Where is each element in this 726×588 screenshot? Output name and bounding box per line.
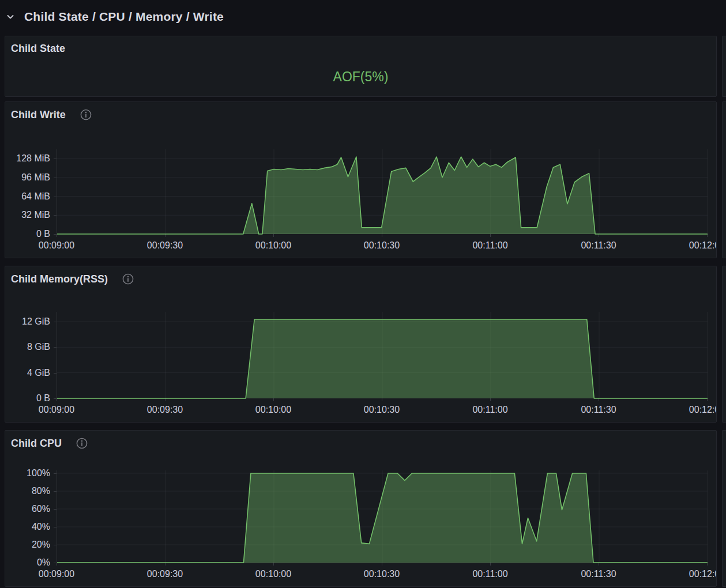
stat-value-wrap: AOF(5%) <box>5 62 716 92</box>
x-tick-label: 00:10:30 <box>354 240 409 251</box>
x-tick-mark <box>57 398 57 401</box>
x-tick-mark <box>57 234 57 237</box>
panel-title[interactable]: Child Write <box>11 109 66 121</box>
x-tick-mark <box>707 563 708 566</box>
x-tick-label: 00:09:30 <box>137 404 193 416</box>
x-tick-mark <box>382 398 382 401</box>
x-tick-label: 00:11:30 <box>571 240 626 251</box>
x-tick-mark <box>599 234 599 237</box>
chart-plot-child-memory[interactable] <box>57 312 707 398</box>
adjacent-panel-edge <box>722 36 726 97</box>
panel-child-cpu: Child CPU 0%20%40%60%80%100%00:09:0000:0… <box>5 430 717 587</box>
y-tick-label: 0 B <box>5 229 50 239</box>
adjacent-panel-edge <box>722 430 726 587</box>
x-tick-mark <box>165 234 165 237</box>
panel-child-state: Child State AOF(5%) <box>5 36 717 97</box>
y-tick-label: 96 MiB <box>5 172 50 183</box>
y-tick-mark <box>54 178 57 178</box>
y-tick-label: 0% <box>5 557 50 568</box>
x-tick-label: 00:11:30 <box>571 568 626 580</box>
x-tick-label: 00:09:30 <box>137 568 193 580</box>
panel-child-write: Child Write 0 B32 MiB64 MiB96 MiB128 MiB… <box>5 101 717 258</box>
adjacent-panel-edge <box>722 266 726 423</box>
timeseries-svg <box>57 149 708 234</box>
y-tick-mark <box>54 159 57 159</box>
y-tick-mark <box>54 491 57 492</box>
x-tick-label: 00:10:30 <box>354 404 409 416</box>
panel-title[interactable]: Child CPU <box>11 438 62 450</box>
x-tick-mark <box>599 563 599 566</box>
info-icon[interactable] <box>80 108 92 121</box>
y-tick-mark <box>54 373 57 374</box>
y-tick-mark <box>54 473 57 474</box>
x-tick-mark <box>490 234 491 237</box>
x-tick-mark <box>490 398 491 401</box>
x-tick-label: 00:10:00 <box>246 404 301 416</box>
x-tick-mark <box>273 234 274 237</box>
x-tick-mark <box>57 563 57 566</box>
x-tick-label: 00:09:00 <box>29 404 84 416</box>
x-tick-label: 00:11:00 <box>462 404 518 416</box>
x-tick-label: 00:09:00 <box>29 568 84 580</box>
timeseries-svg <box>57 470 708 563</box>
panel-child-memory-rss: Child Memory(RSS) 0 B4 GiB8 GiB12 GiB00:… <box>5 266 717 423</box>
x-tick-mark <box>599 398 599 401</box>
x-tick-mark <box>382 563 382 566</box>
chevron-down-icon[interactable] <box>5 11 16 22</box>
x-tick-label: 00:10:00 <box>246 240 301 251</box>
row-title[interactable]: Child State / CPU / Memory / Write <box>24 10 224 24</box>
x-tick-mark <box>490 563 491 566</box>
y-tick-mark <box>54 197 57 197</box>
y-tick-mark <box>54 322 57 322</box>
row-header[interactable]: Child State / CPU / Memory / Write <box>5 5 717 29</box>
y-tick-label: 60% <box>5 504 50 514</box>
adjacent-panel-edge <box>722 101 726 258</box>
x-tick-mark <box>707 234 708 237</box>
stat-value: AOF(5%) <box>333 69 389 85</box>
info-icon[interactable] <box>76 437 88 450</box>
chart-plot-child-cpu[interactable] <box>57 470 707 563</box>
y-tick-mark <box>54 545 57 545</box>
x-tick-label: 00:12:00 <box>679 568 717 580</box>
x-tick-label: 00:11:00 <box>462 568 518 580</box>
y-tick-label: 8 GiB <box>5 342 50 352</box>
x-tick-mark <box>382 234 382 237</box>
y-tick-label: 40% <box>5 522 50 532</box>
x-tick-label: 00:12:00 <box>679 404 717 416</box>
x-tick-label: 00:09:00 <box>29 240 84 251</box>
x-tick-label: 00:10:00 <box>246 568 301 580</box>
panel-title[interactable]: Child Memory(RSS) <box>11 273 108 285</box>
y-tick-label: 12 GiB <box>5 316 50 327</box>
y-tick-label: 32 MiB <box>5 210 50 220</box>
timeseries-svg <box>57 312 708 398</box>
x-tick-mark <box>165 563 165 566</box>
x-tick-label: 00:10:30 <box>354 568 409 580</box>
info-icon[interactable] <box>122 273 134 285</box>
x-tick-label: 00:09:30 <box>137 240 193 251</box>
y-tick-label: 20% <box>5 540 50 550</box>
y-tick-label: 128 MiB <box>5 153 50 164</box>
y-tick-label: 100% <box>5 468 50 478</box>
y-tick-mark <box>54 347 57 348</box>
y-tick-mark <box>54 215 57 216</box>
x-tick-label: 00:11:30 <box>571 404 626 416</box>
panel-title[interactable]: Child State <box>11 43 65 55</box>
y-tick-label: 80% <box>5 486 50 496</box>
y-tick-label: 64 MiB <box>5 191 50 202</box>
x-tick-mark <box>273 398 274 401</box>
y-tick-mark <box>54 527 57 527</box>
x-tick-mark <box>165 398 165 401</box>
x-tick-mark <box>707 398 708 401</box>
chart-plot-child-write[interactable] <box>57 149 707 234</box>
series-area <box>57 319 708 398</box>
x-tick-mark <box>273 563 274 566</box>
y-tick-mark <box>54 509 57 510</box>
x-tick-label: 00:11:00 <box>462 240 518 251</box>
y-tick-label: 0 B <box>5 393 50 404</box>
y-tick-label: 4 GiB <box>5 368 50 378</box>
x-tick-label: 00:12:00 <box>679 240 717 251</box>
